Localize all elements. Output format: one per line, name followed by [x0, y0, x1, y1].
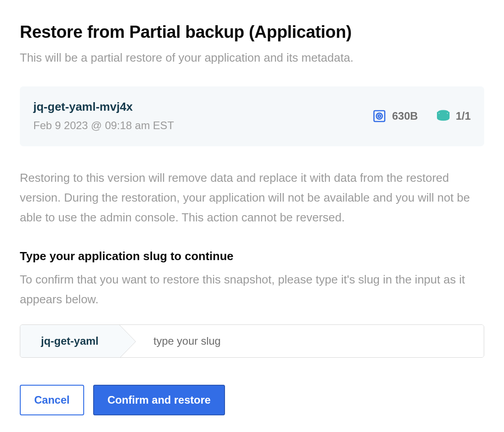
confirm-button[interactable]: Confirm and restore: [93, 385, 225, 415]
slug-input[interactable]: [119, 325, 484, 357]
backup-volumes-stat: 1/1: [436, 109, 471, 123]
confirm-title: Type your application slug to continue: [20, 249, 484, 263]
backup-timestamp: Feb 9 2023 @ 09:18 am EST: [33, 119, 174, 132]
processor-icon: [372, 109, 387, 123]
page-title: Restore from Partial backup (Application…: [20, 22, 484, 42]
page-subtitle: This will be a partial restore of your a…: [20, 51, 484, 65]
svg-rect-0: [374, 111, 385, 122]
slug-label: jq-get-yaml: [41, 335, 99, 347]
backup-card: jq-get-yaml-mvj4x Feb 9 2023 @ 09:18 am …: [20, 86, 484, 146]
restore-warning: Restoring to this version will remove da…: [20, 168, 484, 228]
database-icon: [436, 109, 450, 123]
confirm-instruction: To confirm that you want to restore this…: [20, 270, 484, 309]
cancel-button[interactable]: Cancel: [20, 385, 84, 415]
action-row: Cancel Confirm and restore: [20, 385, 484, 415]
backup-size-stat: 630B: [372, 109, 418, 123]
backup-name: jq-get-yaml-mvj4x: [33, 100, 174, 114]
slug-row: jq-get-yaml: [20, 324, 484, 358]
svg-point-2: [378, 115, 381, 117]
slug-label-wrap: jq-get-yaml: [20, 325, 119, 357]
backup-volumes-value: 1/1: [456, 110, 471, 122]
arrow-icon: [119, 325, 135, 358]
svg-point-5: [438, 116, 449, 120]
svg-point-1: [377, 113, 382, 119]
backup-size-value: 630B: [392, 110, 418, 122]
